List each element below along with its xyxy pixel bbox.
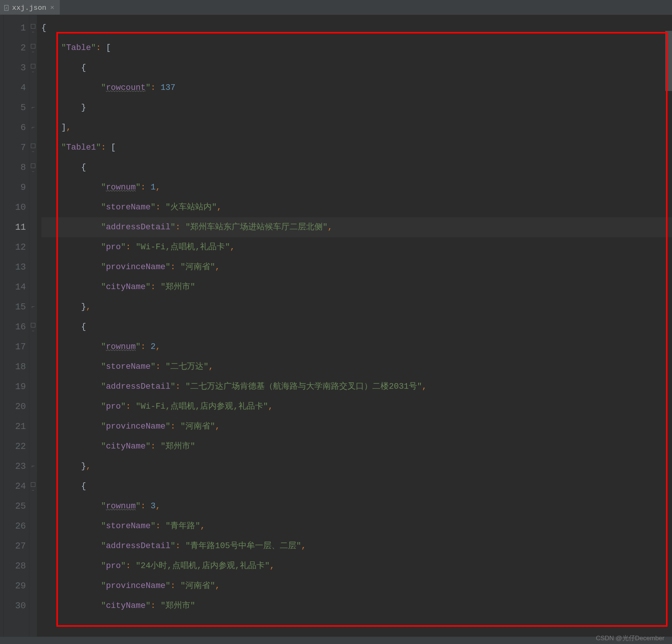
code-line[interactable]: { — [41, 476, 672, 496]
line-number: 12 — [4, 237, 26, 257]
code-line[interactable]: ], — [41, 118, 672, 138]
code-line[interactable]: "cityName": "郑州市" — [41, 436, 672, 456]
code-line[interactable]: }, — [41, 456, 672, 476]
code-line[interactable]: "Table": [ — [41, 38, 672, 58]
line-number: 23 — [4, 456, 26, 476]
line-number: 1 — [4, 18, 26, 38]
code-line[interactable]: { — [41, 317, 672, 337]
code-line[interactable]: "pro": "24小时,点唱机,店内参观,礼品卡", — [41, 556, 672, 576]
line-number: 3 — [4, 58, 26, 78]
close-icon[interactable]: × — [49, 4, 56, 12]
code-line[interactable]: "addressDetail": "二七万达广场肯德基（航海路与大学南路交叉口）… — [41, 377, 672, 397]
code-line[interactable]: "pro": "Wi-Fi,点唱机,店内参观,礼品卡", — [41, 397, 672, 417]
line-number: 15 — [4, 297, 26, 317]
code-line[interactable]: "rowcount": 137 — [41, 78, 672, 98]
line-number: 5 — [4, 98, 26, 118]
fold-marker[interactable] — [29, 317, 37, 337]
line-number: 18 — [4, 357, 26, 377]
code-line[interactable]: "pro": "Wi-Fi,点唱机,礼品卡", — [41, 237, 672, 257]
fold-close-icon[interactable]: ⌐ — [29, 118, 37, 138]
code-line[interactable]: "provinceName": "河南省", — [41, 576, 672, 596]
watermark: CSDN @光仔December — [596, 634, 664, 642]
line-number: 27 — [4, 536, 26, 556]
tab-filename: xxj.json — [12, 4, 46, 12]
code-line[interactable]: "storeName": "青年路", — [41, 516, 672, 536]
code-line[interactable]: "cityName": "郑州市" — [41, 596, 672, 616]
code-line[interactable]: "provinceName": "河南省", — [41, 257, 672, 277]
code-line[interactable]: "addressDetail": "青年路105号中牟一层、二层", — [41, 536, 672, 556]
code-line[interactable]: "cityName": "郑州市" — [41, 277, 672, 297]
line-number: 25 — [4, 496, 26, 516]
left-margin — [0, 15, 4, 636]
code-line[interactable]: "Table1": [ — [41, 138, 672, 158]
status-bar — [0, 636, 672, 644]
code-line[interactable]: { — [41, 18, 672, 38]
line-number: 6 — [4, 118, 26, 138]
code-line[interactable]: "rownum": 3, — [41, 496, 672, 516]
code-line[interactable]: { — [41, 58, 672, 78]
line-number: 19 — [4, 377, 26, 397]
file-tab[interactable]: J xxj.json × — [0, 0, 60, 15]
code-line[interactable]: "storeName": "火车站站内", — [41, 197, 672, 217]
line-number: 30 — [4, 596, 26, 616]
fold-marker[interactable] — [29, 476, 37, 496]
json-file-icon: J — [4, 5, 10, 11]
fold-close-icon[interactable]: ⌐ — [29, 297, 37, 317]
fold-column: ⌐ ⌐ ⌐ ⌐ — [29, 15, 37, 636]
code-line[interactable]: "storeName": "二七万达", — [41, 357, 672, 377]
line-number: 28 — [4, 556, 26, 576]
code-line[interactable]: }, — [41, 297, 672, 317]
line-number: 24 — [4, 476, 26, 496]
line-number: 4 — [4, 78, 26, 98]
line-number: 22 — [4, 436, 26, 456]
editor-container: 1 2 3 4 5 6 7 8 9 10 11 12 13 14 15 16 1… — [0, 15, 672, 636]
line-number-current: 11 — [4, 217, 26, 237]
line-number: 26 — [4, 516, 26, 536]
code-line[interactable]: { — [41, 158, 672, 177]
line-number: 16 — [4, 317, 26, 337]
code-line[interactable]: "addressDetail": "郑州车站东广场进站候车厅二层北侧", — [41, 217, 672, 237]
code-line[interactable]: "rownum": 2, — [41, 337, 672, 357]
line-number: 10 — [4, 197, 26, 217]
line-number: 8 — [4, 158, 26, 177]
code-line[interactable]: } — [41, 98, 672, 118]
tab-bar: J xxj.json × — [0, 0, 672, 15]
line-number: 29 — [4, 576, 26, 596]
svg-text:J: J — [5, 6, 7, 10]
line-number: 20 — [4, 397, 26, 417]
line-number: 2 — [4, 38, 26, 58]
line-number: 21 — [4, 417, 26, 436]
fold-close-icon[interactable]: ⌐ — [29, 456, 37, 476]
code-editor[interactable]: { "Table": [ { "rowcount": 137 } ], "Tab… — [37, 15, 672, 636]
line-number: 9 — [4, 177, 26, 197]
scrollbar-thumb[interactable] — [665, 31, 672, 91]
line-gutter[interactable]: 1 2 3 4 5 6 7 8 9 10 11 12 13 14 15 16 1… — [4, 15, 29, 636]
code-line[interactable]: "provinceName": "河南省", — [41, 417, 672, 436]
code-line[interactable]: "rownum": 1, — [41, 177, 672, 197]
line-number: 13 — [4, 257, 26, 277]
fold-marker[interactable] — [29, 18, 37, 38]
fold-marker[interactable] — [29, 138, 37, 158]
line-number: 7 — [4, 138, 26, 158]
fold-close-icon[interactable]: ⌐ — [29, 98, 37, 118]
line-number: 14 — [4, 277, 26, 297]
line-number: 17 — [4, 337, 26, 357]
